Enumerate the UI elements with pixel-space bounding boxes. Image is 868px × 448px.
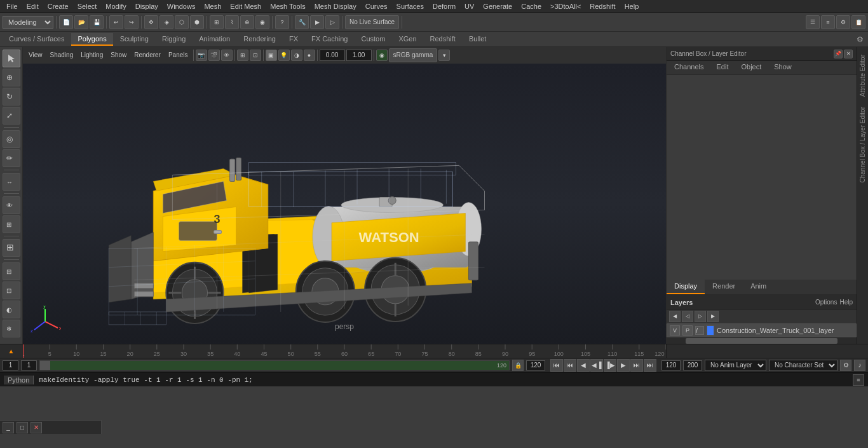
group-tool[interactable]: ⊞ [3,215,20,233]
select-tool[interactable] [3,50,20,67]
vp-colorspace-arrow[interactable]: ▾ [438,50,450,61]
vp-scale-input[interactable] [346,50,372,61]
transform-btn[interactable]: ✥ [144,15,158,29]
mw-minimize-btn[interactable]: _ [3,422,14,433]
channel-box-side-tab[interactable]: Channel Box / Layer Editor [858,102,867,188]
menu-surfaces[interactable]: Surfaces [393,1,428,11]
no-live-surface-btn[interactable]: No Live Surface [345,15,399,29]
cb-tab-show[interactable]: Show [769,61,797,74]
layer-visibility-btn[interactable]: V [670,325,680,336]
undo-btn[interactable]: ↩ [109,15,123,29]
paint-sel-btn[interactable]: ⬢ [190,15,204,29]
layer-scroll-left-btn[interactable]: ◀ [669,311,681,322]
snap-together-tool[interactable]: ↔ [3,173,20,191]
layer-edit-btn[interactable]: / [695,326,704,335]
pb-play-fwd[interactable]: ▐▶ [604,359,616,372]
menu-edit[interactable]: Edit [23,1,43,11]
cb-tab-channels[interactable]: Channels [669,61,709,74]
snap-point-btn[interactable]: ⊕ [240,15,254,29]
menu-file[interactable]: File [3,1,22,11]
rp-tab-anim[interactable]: Anim [743,280,774,294]
vp-light-btn[interactable]: 💡 [278,50,290,61]
menu-help[interactable]: Help [621,1,643,11]
menu-edit-mesh[interactable]: Edit Mesh [226,1,265,11]
anim-layer-dropdown[interactable]: No Anim Layer [705,360,766,371]
scale-tool[interactable]: ⤢ [3,107,20,125]
layers-options-btn[interactable]: Options [815,299,837,306]
menu-curves[interactable]: Curves [362,1,391,11]
anim-settings-btn[interactable]: ⚙ [840,360,851,371]
attr-editor-btn[interactable]: ≡ [821,15,835,29]
render-btn[interactable]: ▶ [310,15,324,29]
cb-tab-edit[interactable]: Edit [711,61,733,74]
measure-tool[interactable]: ⊟ [3,262,20,280]
vp-menu-shading[interactable]: Shading [47,50,77,60]
plus-tool[interactable]: ⊞ [3,239,20,257]
menu-mesh-display[interactable]: Mesh Display [311,1,360,11]
cb-tab-object[interactable]: Object [736,61,766,74]
menu-create[interactable]: Create [44,1,72,11]
freeze-tool[interactable]: ❄ [3,320,20,337]
tab-bullet[interactable]: Bullet [463,33,493,46]
python-console-expand-btn[interactable]: ≡ [853,374,864,386]
frame-current-input[interactable] [21,360,37,370]
vp-film-btn[interactable]: 🎬 [208,50,220,61]
pb-prev-frame[interactable]: ◀ [577,359,590,372]
redo-btn[interactable]: ↪ [125,15,139,29]
frame-end-input[interactable] [526,360,545,370]
vp-view-btn[interactable]: 👁 [221,50,233,61]
vp-menu-show[interactable]: Show [107,50,130,60]
layers-help-btn[interactable]: Help [839,299,853,306]
pb-next-key[interactable]: ⏭ [630,359,643,372]
tab-rendering[interactable]: Rendering [237,33,282,46]
mw-maximize-btn[interactable]: □ [17,422,28,433]
render-settings-btn[interactable]: 🔧 [295,15,309,29]
vp-menu-renderer[interactable]: Renderer [131,50,164,60]
vp-menu-panels[interactable]: Panels [165,50,191,60]
grid-tool[interactable]: ⊡ [3,282,20,299]
menu-uv[interactable]: UV [461,1,478,11]
menu-redshift[interactable]: Redshift [586,1,619,11]
snap-curve-btn[interactable]: ⌇ [225,15,239,29]
tab-polygons[interactable]: Polygons [71,33,112,46]
soft-select-tool[interactable]: ◎ [3,130,20,148]
rp-tab-display[interactable]: Display [667,280,705,294]
pb-skip-end[interactable]: ⏭ [644,359,656,372]
playback-range-bar[interactable]: 120 [39,360,510,370]
playback-speed-input[interactable] [661,360,681,370]
attr-editor-side-tab[interactable]: Attribute Editor [858,50,867,102]
menu-deform[interactable]: Deform [429,1,459,11]
tab-fx-caching[interactable]: FX Caching [305,33,354,46]
rotate-tool[interactable]: ↻ [3,88,20,105]
paint-tool[interactable]: ✏ [3,149,20,167]
vp-camera-btn[interactable]: 📷 [196,50,207,61]
layer-item[interactable]: V P / Construction_Water_Truck_001_layer [667,323,857,337]
viewport[interactable]: View Shading Lighting Show Renderer Pane… [23,47,666,344]
show-hide-tool[interactable]: 👁 [3,196,20,214]
move-tool[interactable]: ⊕ [3,69,20,86]
tab-rigging[interactable]: Rigging [156,33,192,46]
playback-range-thumb[interactable] [40,361,50,370]
vp-color-space-btn[interactable]: ◉ [376,50,388,61]
sound-btn[interactable]: ♪ [854,360,865,371]
vp-mode-btn[interactable]: ▣ [266,50,277,61]
menu-mesh[interactable]: Mesh [200,1,225,11]
vp-ao-btn[interactable]: ● [304,50,315,61]
viewport-3d[interactable]: WATSON 3 [23,64,666,344]
tab-animation[interactable]: Animation [193,33,236,46]
new-file-btn[interactable]: 📄 [59,15,73,29]
panel-pin-btn[interactable]: 📌 [834,50,843,58]
menu-modify[interactable]: Modify [102,1,130,11]
workspace-dropdown[interactable]: Modeling Rigging Animation [3,16,53,29]
range-lock-btn[interactable]: 🔒 [512,360,524,371]
snap-view-btn[interactable]: ◉ [255,15,269,29]
layer-scroll-right2-btn[interactable]: ▶ [707,311,719,322]
tab-xgen[interactable]: XGen [392,33,423,46]
frame-start-input[interactable] [3,360,18,370]
vp-shadow-btn[interactable]: ◑ [291,50,302,61]
playback-range-end[interactable] [683,360,702,370]
layers-scrollbar[interactable] [667,337,857,344]
ipr-btn[interactable]: ▷ [325,15,339,29]
open-file-btn[interactable]: 📂 [74,15,88,29]
pb-prev-key[interactable]: ⏮ [564,359,576,372]
